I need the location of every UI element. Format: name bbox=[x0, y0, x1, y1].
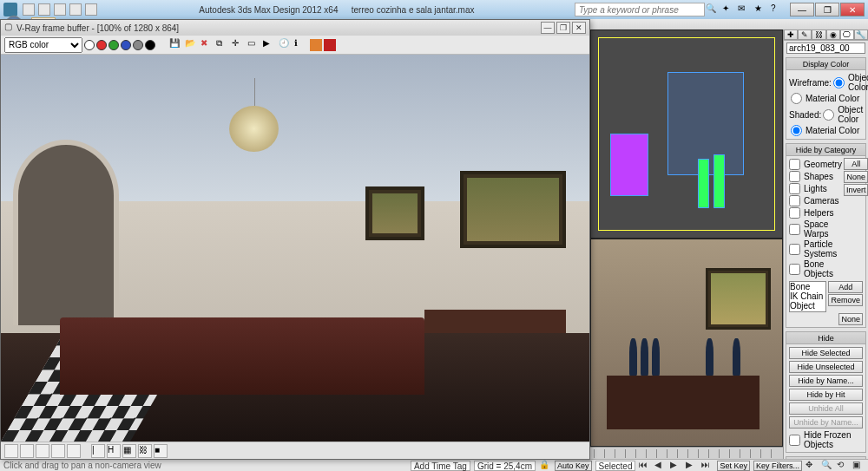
qat-redo-icon[interactable] bbox=[85, 3, 97, 16]
display-tab[interactable]: 🖵 bbox=[840, 29, 854, 40]
hidecat-particle-systems-checkbox[interactable] bbox=[789, 244, 800, 255]
unhide-by-name-button[interactable]: Unhide by Name... bbox=[789, 416, 863, 428]
hidecat-lights-checkbox[interactable] bbox=[789, 183, 800, 194]
viewport-top[interactable] bbox=[590, 29, 783, 239]
rollout-header[interactable]: Hide by Category bbox=[786, 144, 865, 156]
list-item[interactable]: Point bbox=[790, 311, 825, 312]
none2-button[interactable]: None bbox=[838, 313, 863, 325]
goto-start-icon[interactable]: ⏮ bbox=[639, 460, 651, 472]
subscription-icon[interactable]: ✦ bbox=[722, 3, 734, 16]
channel-blue-icon[interactable] bbox=[121, 40, 131, 50]
vfb-close-button[interactable]: ✕ bbox=[572, 22, 586, 34]
stamp-icon[interactable] bbox=[324, 39, 336, 51]
hidecat-shapes-checkbox[interactable] bbox=[789, 171, 800, 182]
minimize-button[interactable]: — bbox=[790, 3, 814, 16]
hidecat-space-warps-checkbox[interactable] bbox=[789, 224, 800, 235]
info-icon[interactable] bbox=[67, 444, 81, 458]
color-corrections-icon[interactable] bbox=[4, 444, 18, 458]
object-name-input[interactable] bbox=[786, 43, 865, 54]
viewport-nav-orbit-icon[interactable]: ⟲ bbox=[837, 460, 849, 472]
hide-unselected-button[interactable]: Hide Unselected bbox=[789, 361, 863, 373]
utilities-tab[interactable]: 🔧 bbox=[854, 29, 868, 40]
srgb-icon[interactable]: | bbox=[91, 444, 105, 458]
render-last-icon[interactable]: ▶ bbox=[263, 38, 277, 52]
viewport-nav-max-icon[interactable]: ▣ bbox=[852, 460, 865, 472]
qat-undo-icon[interactable] bbox=[69, 3, 82, 16]
motion-tab[interactable]: ◉ bbox=[826, 29, 840, 40]
list-item[interactable]: IK Chain Object bbox=[790, 291, 825, 311]
sh-object-color-radio[interactable] bbox=[823, 109, 834, 121]
channel-red-icon[interactable] bbox=[96, 40, 107, 50]
wf-material-color-radio[interactable] bbox=[791, 93, 802, 104]
duplicate-icon[interactable]: ⧉ bbox=[216, 38, 230, 52]
create-tab[interactable]: ✚ bbox=[784, 29, 798, 40]
color-correct-icon[interactable] bbox=[310, 39, 322, 51]
set-key-button[interactable]: Set Key bbox=[717, 461, 750, 471]
save-image-icon[interactable]: 💾 bbox=[169, 38, 183, 52]
bucket-icon[interactable]: ▦ bbox=[122, 444, 136, 458]
vfb-render-view[interactable] bbox=[1, 55, 589, 442]
auto-key-button[interactable]: Auto Key bbox=[555, 461, 592, 471]
unhide-all-button[interactable]: Unhide All bbox=[789, 402, 863, 415]
close-button[interactable]: ✕ bbox=[840, 3, 865, 16]
pixel-info-icon[interactable]: ℹ bbox=[294, 38, 308, 52]
vfb-titlebar[interactable]: ▢ V-Ray frame buffer - [100% of 1280 x 8… bbox=[1, 20, 589, 36]
vfb-history-icon[interactable]: 🕘 bbox=[279, 38, 293, 52]
key-filters-button[interactable]: Key Filters... bbox=[753, 461, 802, 471]
search-icon[interactable]: 🔍 bbox=[706, 3, 718, 16]
add-time-tag-button[interactable]: Add Time Tag bbox=[411, 461, 470, 471]
all-button[interactable]: All bbox=[844, 158, 868, 170]
load-image-icon[interactable]: 📂 bbox=[185, 38, 199, 52]
hidecat-helpers-checkbox[interactable] bbox=[789, 207, 800, 219]
link-icon[interactable]: ⛓ bbox=[138, 444, 152, 458]
wf-object-color-radio[interactable] bbox=[833, 77, 845, 88]
exposure-icon[interactable] bbox=[20, 444, 34, 458]
viewport-nav-zoom-icon[interactable]: 🔍 bbox=[821, 460, 833, 472]
clamp-icon[interactable]: H bbox=[107, 444, 121, 458]
favorite-icon[interactable]: ★ bbox=[754, 3, 766, 16]
hide-by-name-button[interactable]: Hide by Name... bbox=[789, 375, 863, 387]
maximize-button[interactable]: ❐ bbox=[815, 3, 839, 16]
next-frame-icon[interactable]: ▶ bbox=[686, 460, 698, 472]
lock-icon[interactable]: 🔒 bbox=[539, 460, 551, 472]
viewport-nav-pan-icon[interactable]: ✥ bbox=[806, 460, 818, 472]
channel-alpha-icon[interactable] bbox=[133, 40, 143, 50]
clear-image-icon[interactable]: ✖ bbox=[201, 38, 214, 52]
channel-mono-icon[interactable] bbox=[145, 40, 155, 50]
vfb-maximize-button[interactable]: ❐ bbox=[556, 22, 570, 34]
help-search-input[interactable] bbox=[575, 3, 705, 16]
plugin-category-list[interactable]: BoneIK Chain ObjectPoint bbox=[789, 281, 826, 312]
goto-end-icon[interactable]: ⏭ bbox=[701, 460, 713, 472]
add-button[interactable]: Add bbox=[828, 281, 863, 293]
channel-rgb-icon[interactable] bbox=[84, 40, 95, 50]
app-icon[interactable] bbox=[3, 3, 17, 16]
rollout-header[interactable]: Hide bbox=[786, 332, 865, 344]
key-mode-select[interactable]: Selected bbox=[595, 461, 636, 471]
modify-tab[interactable]: ✎ bbox=[798, 29, 812, 40]
hide-selected-button[interactable]: Hide Selected bbox=[789, 347, 863, 359]
play-icon[interactable]: ▶ bbox=[670, 460, 682, 472]
stop-icon[interactable]: ■ bbox=[154, 444, 168, 458]
qat-new-icon[interactable] bbox=[23, 3, 35, 16]
sh-material-color-radio[interactable] bbox=[791, 125, 802, 136]
channel-green-icon[interactable] bbox=[108, 40, 119, 50]
levels-icon[interactable] bbox=[51, 444, 65, 458]
help-icon[interactable]: ? bbox=[771, 3, 783, 16]
hidecat-bone-objects-checkbox[interactable] bbox=[789, 264, 800, 275]
remove-button[interactable]: Remove bbox=[828, 294, 863, 306]
hidecat-cameras-checkbox[interactable] bbox=[789, 195, 800, 206]
hide-frozen-checkbox[interactable] bbox=[789, 435, 800, 446]
qat-open-icon[interactable] bbox=[38, 3, 50, 16]
vfb-channel-select[interactable]: RGB color bbox=[4, 37, 82, 53]
rollout-header[interactable]: Display Color bbox=[786, 58, 865, 70]
curves-icon[interactable] bbox=[36, 444, 49, 458]
viewport-perspective[interactable] bbox=[590, 239, 783, 448]
none-button[interactable]: None bbox=[844, 171, 868, 183]
track-mouse-icon[interactable]: ✛ bbox=[232, 38, 246, 52]
region-render-icon[interactable]: ▭ bbox=[247, 38, 261, 52]
qat-save-icon[interactable] bbox=[54, 3, 66, 16]
prev-frame-icon[interactable]: ◀ bbox=[654, 460, 667, 472]
vfb-minimize-button[interactable]: — bbox=[541, 22, 555, 34]
list-item[interactable]: Bone bbox=[790, 282, 825, 291]
time-slider[interactable] bbox=[590, 447, 783, 459]
